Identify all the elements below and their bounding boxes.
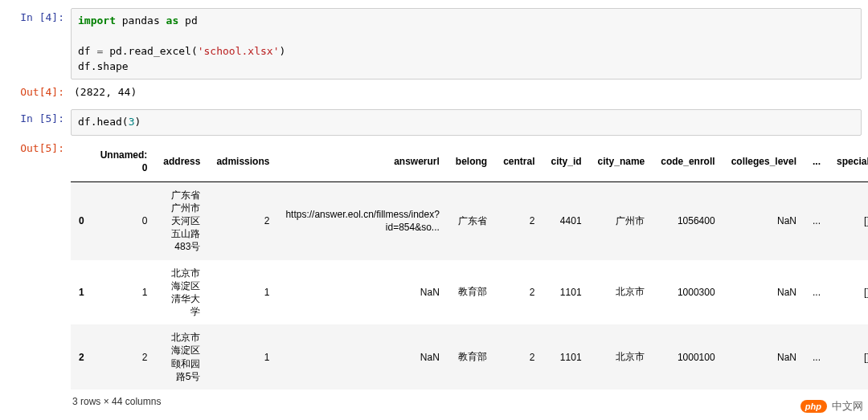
table-row: 00广东省广州市天河区五山路483号2https://answer.eol.cn… xyxy=(71,181,868,259)
cell: 北京市海淀区颐和园路5号 xyxy=(155,324,208,389)
cell: ... xyxy=(805,324,829,389)
cell-in-4: In [4]: import pandas as pd df = pd.read… xyxy=(0,6,868,81)
cell: 北京市 xyxy=(590,324,653,389)
row-index: 0 xyxy=(71,181,92,259)
cell: 北京市 xyxy=(590,260,653,325)
cell-out-5: Out[5]: Unnamed: 0 address admissions an… xyxy=(0,137,868,417)
cell: ... xyxy=(805,260,829,325)
cell: 2 xyxy=(495,260,542,325)
col-admissions: admissions xyxy=(208,142,277,181)
cell: NaN xyxy=(277,260,447,325)
cell: 1056400 xyxy=(653,181,723,259)
cell: 1 xyxy=(208,260,277,325)
cell: [] xyxy=(829,181,868,259)
prompt-in-5: In [5]: xyxy=(0,109,71,124)
watermark: php 中文网 xyxy=(800,399,863,414)
cell: ... xyxy=(805,181,829,259)
row-index: 1 xyxy=(71,260,92,325)
prompt-out-4: Out[4]: xyxy=(0,83,71,98)
watermark-text: 中文网 xyxy=(832,399,863,414)
dataframe-scroll[interactable]: Unnamed: 0 address admissions answerurl … xyxy=(71,142,868,412)
col-colleges_level: colleges_level xyxy=(723,142,805,181)
code-input-5[interactable]: df.head(3) xyxy=(71,109,862,136)
cell: 1000300 xyxy=(653,260,723,325)
cell-out-4: Out[4]: (2822, 44) xyxy=(0,81,868,103)
prompt-out-5: Out[5]: xyxy=(0,139,71,154)
col-code_enroll: code_enroll xyxy=(653,142,723,181)
string-literal: 'school.xlsx' xyxy=(198,45,280,57)
col-address: address xyxy=(155,142,208,181)
col-city_id: city_id xyxy=(543,142,590,181)
prompt-in-4: In [4]: xyxy=(0,8,71,23)
cell: 北京市海淀区清华大学 xyxy=(155,260,208,325)
cell: NaN xyxy=(277,324,447,389)
col-belong: belong xyxy=(448,142,495,181)
cell: [] xyxy=(829,324,868,389)
kw-as: as xyxy=(166,14,179,27)
cell: 1 xyxy=(92,260,156,325)
cell: NaN xyxy=(723,324,805,389)
cell: 2 xyxy=(92,324,156,389)
col-central: central xyxy=(495,142,542,181)
col-special: special xyxy=(829,142,868,181)
table-row: 22北京市海淀区颐和园路5号1NaN教育部21101北京市1000100NaN.… xyxy=(71,324,868,389)
cell: 广东省广州市天河区五山路483号 xyxy=(155,181,208,259)
col-answerurl: answerurl xyxy=(277,142,447,181)
dataframe-header-row: Unnamed: 0 address admissions answerurl … xyxy=(71,142,868,181)
cell: 广州市 xyxy=(590,181,653,259)
cell: 1101 xyxy=(543,260,590,325)
cell: 2 xyxy=(495,324,542,389)
dataframe-shape-note: 3 rows × 44 columns xyxy=(71,389,868,412)
cell: 2 xyxy=(495,181,542,259)
table-row: 11北京市海淀区清华大学1NaN教育部21101北京市1000300NaN...… xyxy=(71,260,868,325)
cell: 2 xyxy=(208,181,277,259)
row-index: 2 xyxy=(71,324,92,389)
cell: NaN xyxy=(723,181,805,259)
col-unnamed0: Unnamed: 0 xyxy=(92,142,156,181)
cell-in-5: In [5]: df.head(3) xyxy=(0,108,868,137)
cell: 1101 xyxy=(543,324,590,389)
cell: [] xyxy=(829,260,868,325)
cell: 广东省 xyxy=(448,181,495,259)
index-header xyxy=(71,142,92,181)
kw-import: import xyxy=(78,14,116,27)
output-4: (2822, 44) xyxy=(71,83,868,101)
col-ellipsis: ... xyxy=(805,142,829,181)
cell: 1 xyxy=(208,324,277,389)
col-city_name: city_name xyxy=(590,142,653,181)
cell: 1000100 xyxy=(653,324,723,389)
cell: 教育部 xyxy=(448,324,495,389)
cell: 0 xyxy=(92,181,156,259)
cell: NaN xyxy=(723,260,805,325)
dataframe-table: Unnamed: 0 address admissions answerurl … xyxy=(71,142,868,389)
watermark-pill: php xyxy=(800,400,827,413)
code-input-4[interactable]: import pandas as pd df = pd.read_excel('… xyxy=(71,8,862,80)
cell: https://answer.eol.cn/fillmess/index?id=… xyxy=(277,181,447,259)
cell: 教育部 xyxy=(448,260,495,325)
cell: 4401 xyxy=(543,181,590,259)
